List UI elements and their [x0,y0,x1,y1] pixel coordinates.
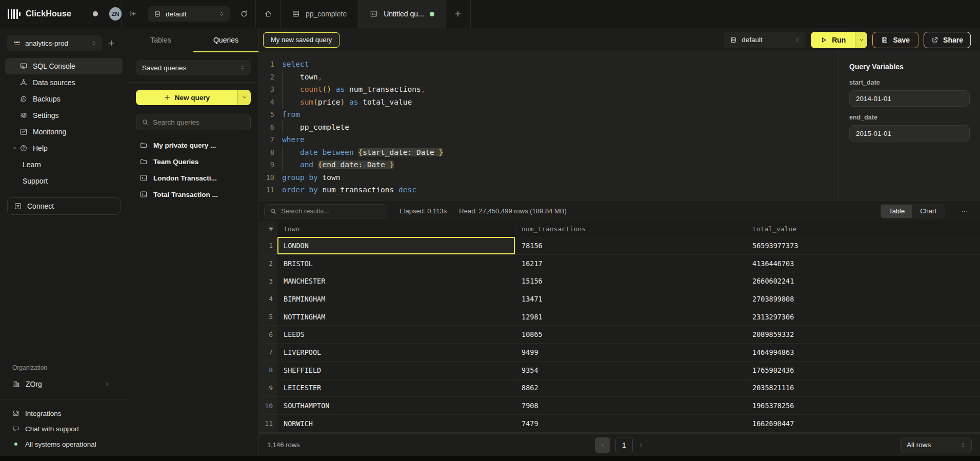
current-page-indicator[interactable]: 1 [615,437,633,453]
table-cell-row-number[interactable]: 3 [259,272,277,290]
run-options-button[interactable] [855,32,867,48]
table-cell-total_value[interactable]: 2703899808 [746,290,980,308]
connect-button[interactable]: Connect [7,197,121,215]
table-cell-total_value[interactable]: 2089859332 [746,326,980,344]
tab-queries[interactable]: Queries [193,28,258,52]
table-cell-row-number[interactable]: 2 [259,255,277,273]
table-cell-town[interactable]: SOUTHAMPTON [277,397,515,415]
sidebar-item-help[interactable]: Help [5,140,123,156]
table-cell-row-number[interactable]: 1 [259,237,277,255]
saved-query-item[interactable]: London Transacti... [133,170,253,186]
table-cell-row-number[interactable]: 5 [259,308,277,326]
previous-page-button[interactable] [595,437,610,453]
table-cell-row-number[interactable]: 8 [259,362,277,379]
table-cell-num_transactions[interactable]: 13471 [515,290,746,308]
table-cell-num_transactions[interactable]: 16217 [515,255,746,273]
saved-query-item[interactable]: Total Transaction ... [133,186,253,203]
table-cell-total_value[interactable]: 2035821116 [746,379,980,397]
more-options-button[interactable] [957,207,972,215]
tab-tables[interactable]: Tables [128,28,193,52]
table-cell-total_value[interactable]: 1765902436 [746,362,980,379]
sidebar-footer-integrations[interactable]: Integrations [0,406,128,421]
table-cell-total_value[interactable]: 1662690447 [746,415,980,433]
sidebar-item-data-sources[interactable]: Data sources [5,74,123,91]
saved-query-chip[interactable]: My new saved query [263,32,339,48]
sidebar-item-support[interactable]: Support [5,173,123,189]
next-page-button[interactable] [638,442,644,448]
table-cell-row-number[interactable]: 9 [259,379,277,397]
editor-database-selector[interactable]: default [724,32,806,48]
sidebar-footer-chat-with-support[interactable]: Chat with support [0,421,128,436]
add-service-button[interactable] [102,39,121,47]
variable-input-end_date[interactable] [849,125,970,142]
column-header-town[interactable]: town [277,222,515,237]
table-cell-num_transactions[interactable]: 7908 [515,397,746,415]
collapse-sidebar-button[interactable] [122,0,145,28]
sidebar-item-monitoring[interactable]: Monitoring [5,124,123,140]
new-tab-button[interactable] [446,0,471,28]
table-cell-num_transactions[interactable]: 12981 [515,308,746,326]
table-cell-town[interactable]: LEEDS [277,326,515,344]
table-cell-num_transactions[interactable]: 10865 [515,326,746,344]
variable-input-start_date[interactable] [849,90,970,107]
user-avatar[interactable]: ZN [109,7,122,21]
saved-query-item[interactable]: My private query ... [133,137,253,153]
table-cell-total_value[interactable]: 2313297306 [746,308,980,326]
table-cell-town[interactable]: MANCHESTER [277,272,515,290]
table-cell-town[interactable]: LEICESTER [277,379,515,397]
saved-query-item[interactable]: Team Queries [133,153,253,170]
table-cell-num_transactions[interactable]: 15156 [515,272,746,290]
sidebar-item-sql-console[interactable]: SQL Console [5,58,123,74]
table-cell-num_transactions[interactable]: 9499 [515,344,746,362]
save-button[interactable]: Save [872,32,918,48]
query-variables-panel: Query Variables start_dateend_date [838,51,980,200]
table-cell-total_value[interactable]: 4136446703 [746,255,980,273]
table-cell-total_value[interactable]: 56593977373 [746,237,980,255]
sidebar-item-settings[interactable]: Settings [5,107,123,124]
table-cell-row-number[interactable]: 4 [259,290,277,308]
workspace-selector[interactable]: aws analytics-prod [7,35,102,51]
new-query-dropdown-button[interactable] [237,90,251,105]
top-tab-untitled-qu-[interactable]: Untitled qu... [358,0,446,28]
table-cell-num_transactions[interactable]: 8862 [515,379,746,397]
table-cell-num_transactions[interactable]: 78156 [515,237,746,255]
column-header-row-number[interactable]: # [259,222,277,237]
column-header-num_transactions[interactable]: num_transactions [515,222,746,237]
home-button[interactable] [256,0,281,28]
top-tab-pp-complete[interactable]: pp_complete [281,0,358,28]
saved-queries-selector[interactable]: Saved queries [136,60,251,75]
table-cell-town[interactable]: NORWICH [277,415,515,433]
table-cell-town[interactable]: NOTTINGHAM [277,308,515,326]
table-cell-total_value[interactable]: 2660602241 [746,272,980,290]
table-cell-row-number[interactable]: 6 [259,326,277,344]
table-cell-town[interactable]: SHEFFIELD [277,362,515,379]
table-cell-row-number[interactable]: 10 [259,397,277,415]
table-cell-town[interactable]: LIVERPOOL [277,344,515,362]
code-line: 3count() as num_transactions, [259,83,838,96]
query-search-input[interactable] [153,118,245,126]
table-cell-total_value[interactable]: 1965378256 [746,397,980,415]
table-cell-row-number[interactable]: 7 [259,344,277,362]
table-cell-town[interactable]: LONDON [277,237,515,255]
share-button[interactable]: Share [924,32,971,48]
table-cell-total_value[interactable]: 1464994863 [746,344,980,362]
sidebar-item-learn[interactable]: Learn [5,156,123,173]
table-cell-town[interactable]: BRISTOL [277,255,515,273]
results-search-input[interactable] [281,207,382,215]
refresh-button[interactable] [233,0,255,28]
sidebar-footer-all-systems-operational[interactable]: All systems operational [0,436,128,452]
table-cell-town[interactable]: BIRMINGHAM [277,290,515,308]
column-header-total_value[interactable]: total_value [746,222,980,237]
new-query-button[interactable]: New query [136,90,237,105]
page-size-selector[interactable]: All rows [900,437,972,453]
table-cell-row-number[interactable]: 11 [259,415,277,433]
sql-editor[interactable]: 1select2town,3count() as num_transaction… [259,51,838,200]
view-tab-chart[interactable]: Chart [912,205,944,218]
table-cell-num_transactions[interactable]: 9354 [515,362,746,379]
run-button[interactable]: Run [811,32,855,48]
sidebar-item-backups[interactable]: Backups [5,91,123,107]
organization-item[interactable]: ZOrg [7,376,121,392]
view-tab-table[interactable]: Table [881,205,912,218]
header-database-selector[interactable]: default [148,6,230,22]
table-cell-num_transactions[interactable]: 7479 [515,415,746,433]
